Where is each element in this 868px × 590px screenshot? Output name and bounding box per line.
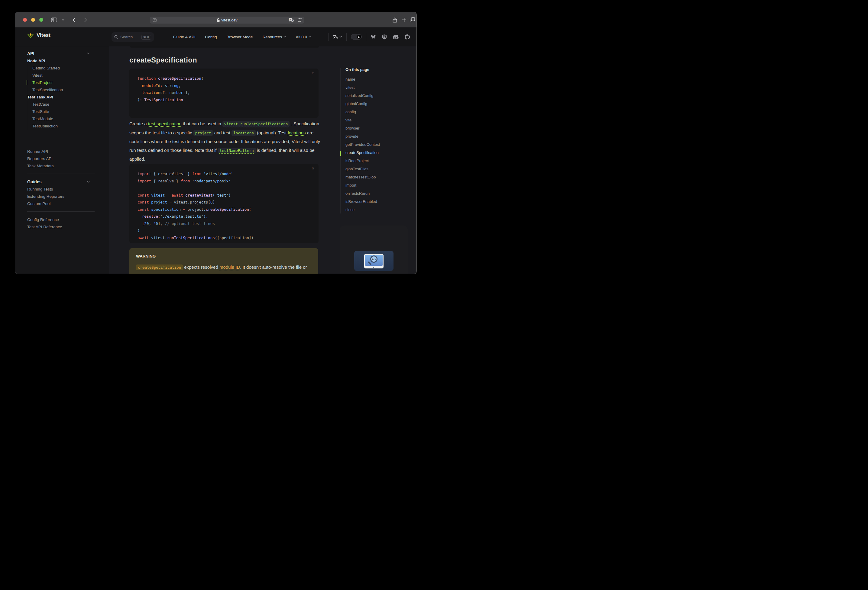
nav-link[interactable]: Resources <box>263 35 286 39</box>
browser-window: vitest.dev A x̂ <box>15 12 417 274</box>
theme-toggle[interactable] <box>351 34 362 40</box>
outline-item[interactable]: onTestsRerun <box>345 189 380 197</box>
nav-link[interactable]: v3.0.0 <box>296 35 311 39</box>
minimize-button[interactable] <box>31 18 35 22</box>
reload-icon[interactable] <box>297 18 302 22</box>
sidebar-toggle-icon[interactable] <box>51 12 57 28</box>
inline-code: createSpecification <box>136 265 183 270</box>
outline-item[interactable]: browser <box>345 124 380 132</box>
outline-list: namevitestserializedConfigglobalConfigco… <box>345 75 380 214</box>
sidebar-section-title: Test Task API <box>15 93 109 100</box>
sidebar-item[interactable]: TestCollection <box>32 122 109 129</box>
sidebar-item[interactable]: Custom Pool <box>15 200 109 207</box>
github-icon[interactable] <box>405 34 410 40</box>
chevron-down-icon[interactable] <box>87 181 90 183</box>
sidebar-item[interactable]: Running Tests <box>15 185 109 193</box>
outline-item[interactable]: isBrowserEnabled <box>345 197 380 206</box>
outline-track <box>340 68 341 213</box>
sidebar-divider <box>27 211 94 212</box>
site-logo[interactable]: Vitest <box>27 32 50 38</box>
outline-item[interactable]: createSpecification <box>345 149 380 157</box>
inline-link[interactable]: test specification <box>148 121 182 126</box>
previous-section-edge <box>130 46 319 48</box>
sidebar-item[interactable]: Vitest <box>32 72 109 79</box>
sidebar-item[interactable]: TestSpecification <box>32 86 109 93</box>
sidebar-divider <box>27 174 94 174</box>
code-block-signature: ts function createSpecification( moduleI… <box>129 69 319 118</box>
sidebar-item[interactable]: Getting Started <box>32 64 109 72</box>
address-bar[interactable]: vitest.dev A x̂ <box>150 17 304 24</box>
language-menu[interactable] <box>333 34 342 39</box>
code-block-example: ts import { createVitest } from 'vitest/… <box>129 164 319 243</box>
new-tab-icon[interactable] <box>402 12 406 28</box>
outline-item[interactable]: serializedConfig <box>345 91 380 100</box>
reader-icon[interactable] <box>153 18 156 22</box>
outline-item[interactable]: name <box>345 75 380 83</box>
chevron-down-icon[interactable] <box>87 53 90 54</box>
outline-item[interactable]: matchesTestGlob <box>345 173 380 181</box>
outline-item[interactable]: provide <box>345 132 380 140</box>
sidebar-subgroup: TestCaseTestSuiteTestModuleTestCollectio… <box>27 100 109 129</box>
sidebar-item[interactable]: TestSuite <box>32 108 109 115</box>
nav-right-cluster <box>324 28 410 46</box>
outline-item[interactable]: vitest <box>345 83 380 91</box>
discord-icon[interactable] <box>393 35 399 39</box>
divider <box>328 33 329 41</box>
outline-item[interactable]: isRootProject <box>345 157 380 165</box>
nav-links: Guide & APIConfigBrowser ModeResourcesv3… <box>173 28 311 46</box>
outline-item[interactable]: globTestFiles <box>345 165 380 173</box>
forward-icon[interactable] <box>84 12 87 28</box>
main-content: createSpecification ts function createSp… <box>109 46 416 274</box>
outline-item[interactable]: import <box>345 181 380 189</box>
inline-link[interactable]: locations <box>288 130 306 135</box>
code-search-illustration: </> <box>354 251 394 271</box>
outline-item[interactable]: close <box>345 206 380 214</box>
search-placeholder: Search <box>120 35 139 39</box>
mastodon-icon[interactable] <box>382 34 387 40</box>
share-icon[interactable] <box>393 12 397 28</box>
inline-code: project <box>193 130 213 136</box>
sidebar-item[interactable]: Config Reference <box>15 216 109 223</box>
translate-icon[interactable]: A x̂ <box>289 18 294 22</box>
sidebar-item[interactable]: TestCase <box>32 100 109 108</box>
tab-overview-icon[interactable] <box>410 12 415 28</box>
moon-icon <box>357 35 361 39</box>
lock-icon <box>217 18 220 22</box>
back-icon[interactable] <box>72 12 75 28</box>
outline-item[interactable]: vite <box>345 116 380 124</box>
language-icon <box>333 34 338 39</box>
inline-link[interactable]: module ID <box>219 265 240 270</box>
sidebar-item[interactable]: Test API Reference <box>15 223 109 230</box>
sidebar-item[interactable]: Reporters API <box>15 155 109 162</box>
url-text: vitest.dev <box>221 18 238 22</box>
toolbar-chevron-down-icon[interactable] <box>61 12 65 28</box>
outline-aside: On this page namevitestserializedConfigg… <box>340 46 408 274</box>
outline-item[interactable]: config <box>345 108 380 116</box>
sidebar-item[interactable]: TestProject <box>32 79 109 86</box>
site-logo-text: Vitest <box>37 32 50 38</box>
nav-link[interactable]: Config <box>205 35 217 39</box>
sidebar-item[interactable]: TestModule <box>32 115 109 122</box>
bluesky-icon[interactable] <box>371 34 376 39</box>
sidebar-item[interactable]: Runner API <box>15 148 109 155</box>
outline-item[interactable]: globalConfig <box>345 100 380 108</box>
outline-item[interactable]: getProvidedContext <box>345 140 380 149</box>
inline-code-link[interactable]: vitest.runTestSpecifications <box>223 121 290 127</box>
warning-callout: WARNING createSpecification expects reso… <box>129 248 318 274</box>
outline-active-marker <box>340 151 341 156</box>
inline-code-link[interactable]: testNamePattern <box>218 148 256 153</box>
sidebar-item[interactable]: Extending Reporters <box>15 193 109 200</box>
sidebar-group-title[interactable]: API <box>15 50 109 57</box>
sidebar-item[interactable]: Task Metadata <box>15 162 109 169</box>
zoom-button[interactable] <box>39 18 43 22</box>
nav-link[interactable]: Browser Mode <box>227 35 253 39</box>
code: import { createVitest } from 'vitest/nod… <box>129 164 319 241</box>
search-shortcut: ⌘ K <box>142 35 151 40</box>
sponsor-card[interactable]: </> <box>340 225 408 274</box>
nav-link[interactable]: Guide & API <box>173 35 196 39</box>
vitest-logo-icon <box>27 32 34 38</box>
sidebar-section-title: Node API <box>15 57 109 64</box>
close-button[interactable] <box>23 18 27 22</box>
sidebar-group-title[interactable]: Guides <box>15 178 109 185</box>
search-input[interactable]: Search ⌘ K <box>112 32 154 42</box>
